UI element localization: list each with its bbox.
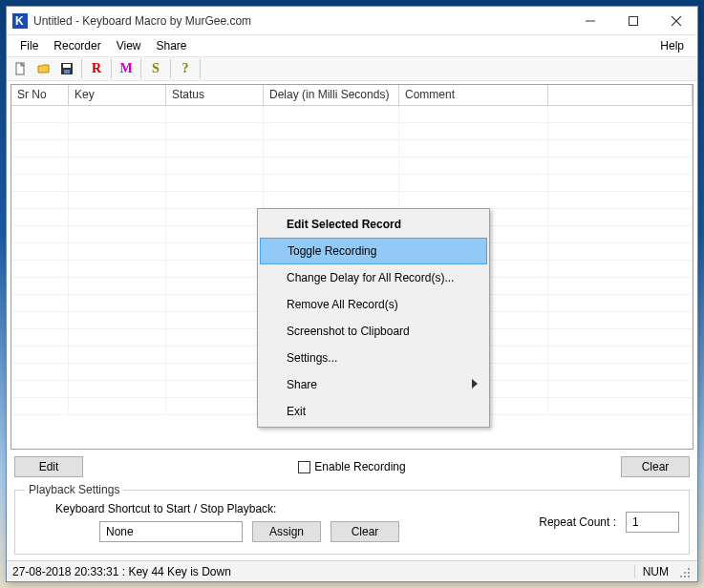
help-q-button[interactable]: ? [175, 58, 196, 79]
statusbar: 27-08-2018 20:33:31 : Key 44 Key is Down… [7, 560, 697, 581]
toolbar: R M S ? [7, 56, 697, 81]
menu-recorder[interactable]: Recorder [46, 37, 108, 54]
window-title: Untitled - Keyboard Macro by MurGee.com [33, 14, 568, 28]
cm-toggle-recording[interactable]: Toggle Recording [260, 238, 487, 264]
save-icon[interactable] [56, 58, 77, 79]
context-menu: Edit Selected Record Toggle Recording Ch… [257, 208, 490, 428]
status-num: NUM [634, 565, 676, 578]
macro-m-button[interactable]: M [116, 58, 137, 79]
svg-rect-10 [688, 568, 690, 570]
menu-help[interactable]: Help [652, 37, 692, 54]
svg-rect-12 [688, 572, 690, 574]
titlebar: K Untitled - Keyboard Macro by MurGee.co… [7, 7, 697, 35]
cm-settings[interactable]: Settings... [260, 345, 487, 371]
clear-shortcut-button[interactable]: Clear [331, 521, 399, 542]
assign-button[interactable]: Assign [252, 521, 321, 542]
repeat-count-label: Repeat Count : [539, 515, 616, 529]
svg-rect-11 [684, 572, 686, 574]
app-icon: K [12, 13, 28, 29]
maximize-button[interactable] [611, 7, 654, 34]
status-message: 27-08-2018 20:33:31 : Key 44 Key is Down [12, 565, 634, 578]
checkbox-icon [298, 461, 310, 473]
svg-rect-15 [688, 576, 690, 578]
submenu-arrow-icon [472, 378, 478, 391]
col-delay[interactable]: Delay (in Milli Seconds) [264, 85, 399, 105]
svg-rect-13 [680, 576, 682, 578]
enable-recording-checkbox[interactable]: Enable Recording [298, 460, 405, 473]
col-status[interactable]: Status [166, 85, 264, 105]
svg-rect-9 [64, 70, 70, 74]
shortcut-label: Keyboard Shortcut to Start / Stop Playba… [55, 502, 399, 515]
col-srno[interactable]: Sr No [11, 85, 69, 105]
stop-s-button[interactable]: S [145, 58, 166, 79]
cm-remove-all[interactable]: Remove All Record(s) [260, 291, 487, 318]
menu-view[interactable]: View [109, 37, 149, 54]
open-file-icon[interactable] [33, 58, 54, 79]
new-file-icon[interactable] [11, 58, 32, 79]
grid-header: Sr No Key Status Delay (in Milli Seconds… [11, 85, 693, 106]
cm-screenshot-clipboard[interactable]: Screenshot to Clipboard [260, 318, 487, 345]
cm-share[interactable]: Share [260, 371, 487, 398]
close-button[interactable] [654, 7, 697, 34]
svg-rect-3 [629, 16, 637, 25]
menubar: File Recorder View Share Help [7, 35, 697, 56]
resize-grip-icon[interactable] [676, 564, 692, 579]
cm-change-delay[interactable]: Change Delay for All Record(s)... [260, 264, 487, 291]
shortcut-input[interactable]: None [99, 521, 243, 542]
col-spacer [548, 85, 693, 105]
app-window: K Untitled - Keyboard Macro by MurGee.co… [6, 6, 698, 582]
svg-text:K: K [15, 14, 24, 28]
col-key[interactable]: Key [69, 85, 166, 105]
context-menu-title: Edit Selected Record [260, 211, 487, 238]
record-r-button[interactable]: R [86, 58, 107, 79]
playback-settings-group: Playback Settings Keyboard Shortcut to S… [14, 483, 690, 555]
menu-file[interactable]: File [12, 37, 46, 54]
svg-rect-8 [63, 64, 71, 68]
cm-exit[interactable]: Exit [260, 398, 487, 425]
clear-button[interactable]: Clear [621, 456, 690, 477]
playback-legend: Playback Settings [25, 483, 123, 496]
repeat-count-input[interactable]: 1 [626, 512, 679, 533]
enable-recording-label: Enable Recording [314, 460, 405, 473]
minimize-button[interactable] [568, 7, 611, 34]
svg-rect-14 [684, 576, 686, 578]
menu-share[interactable]: Share [149, 37, 195, 54]
col-comment[interactable]: Comment [399, 85, 548, 105]
edit-button[interactable]: Edit [14, 456, 83, 477]
below-grid-bar: Edit Enable Recording Clear [7, 452, 697, 481]
